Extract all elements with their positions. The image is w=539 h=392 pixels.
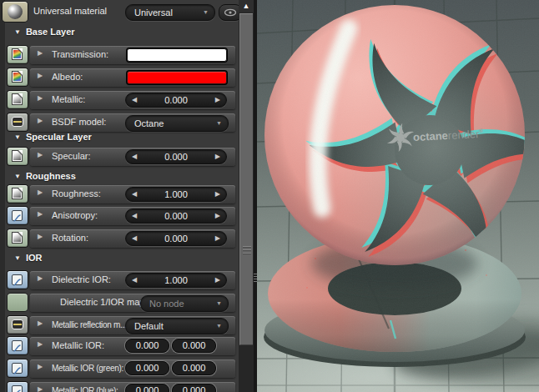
texture-node-button[interactable]: [8, 68, 28, 86]
curve-icon: [12, 363, 23, 374]
texture-node-button[interactable]: [8, 46, 28, 63]
texture-node-button[interactable]: [8, 148, 28, 165]
expand-arrow-icon[interactable]: ▶: [38, 49, 43, 57]
slider-right-arrow-icon[interactable]: ▶: [215, 209, 220, 223]
section-title: Roughness: [26, 171, 76, 181]
section-roughness[interactable]: ▼Roughness: [14, 171, 76, 182]
expand-arrow-icon[interactable]: ▶: [38, 385, 43, 392]
transmission-color-swatch[interactable]: [127, 48, 227, 62]
param-row-roughness: ▶ Roughness: ◀ 1.000 ▶: [7, 185, 237, 204]
expand-arrow-icon[interactable]: ▶: [38, 233, 43, 240]
collapse-arrow-icon: ▼: [14, 28, 21, 36]
material-ball-render: octanerender®: [257, 0, 539, 392]
collapse-arrow-icon: ▼: [14, 133, 21, 141]
param-label: Dielectric IOR:: [52, 274, 111, 284]
param-row-metallic-ior-blue: ▶ Metallic IOR (blue): 0.000 0.000: [7, 382, 237, 392]
expand-arrow-icon[interactable]: ▶: [38, 72, 43, 79]
color-texture-icon: [12, 48, 23, 60]
render-grain: [257, 0, 539, 392]
dielectric-map-dropdown[interactable]: No node ▼: [140, 295, 229, 312]
material-type-dropdown[interactable]: Universal ▼: [125, 4, 215, 21]
expand-arrow-icon[interactable]: ▶: [38, 151, 43, 158]
metallic-ior-k-field[interactable]: 0.000: [172, 339, 216, 353]
expand-arrow-icon[interactable]: ▶: [38, 319, 43, 327]
curve-icon: [12, 210, 23, 221]
expand-arrow-icon[interactable]: ▶: [38, 117, 43, 124]
render-preview-viewport[interactable]: octanerender®: [257, 0, 539, 392]
enum-icon: [12, 117, 23, 127]
param-row-metallic-reflection-mode: ▶ Metallic reflection m... Default ▼: [7, 316, 237, 334]
curve-node-button[interactable]: [8, 271, 28, 289]
scrollbar-thumb[interactable]: [239, 13, 253, 345]
param-row-metallic-ior-green: ▶ Metallic IOR (green): 0.000 0.000: [7, 359, 237, 378]
slider-right-arrow-icon[interactable]: ▶: [215, 274, 220, 287]
dielectric-ior-slider[interactable]: ◀ 1.000 ▶: [125, 273, 227, 288]
param-row-dielectric-ior-map: Dielectric 1/IOR map No node ▼: [7, 294, 237, 312]
expand-arrow-icon[interactable]: ▶: [38, 274, 43, 282]
section-specular-layer[interactable]: ▼Specular Layer: [14, 132, 92, 143]
bsdf-model-dropdown[interactable]: Octane ▼: [125, 115, 229, 132]
material-node-icon[interactable]: [3, 2, 28, 22]
rotation-slider[interactable]: ◀ 0.000 ▶: [125, 231, 227, 246]
albedo-color-swatch[interactable]: [127, 71, 227, 84]
panel-scrollbar[interactable]: ▲: [239, 0, 254, 392]
slider-right-arrow-icon[interactable]: ▶: [215, 150, 220, 163]
curve-node-button[interactable]: [8, 382, 28, 392]
metallic-ior-green-k-field[interactable]: 0.000: [172, 361, 216, 375]
metallic-ior-green-n-field[interactable]: 0.000: [125, 361, 169, 375]
section-ior[interactable]: ▼IOR: [14, 253, 42, 264]
param-row-bsdf-model: ▶ BSDF model: Octane ▼: [7, 113, 237, 132]
param-label: Dielectric 1/IOR map: [60, 297, 144, 307]
anisotropy-slider[interactable]: ◀ 0.000 ▶: [125, 209, 227, 224]
param-label: BSDF model:: [52, 117, 106, 127]
param-row-albedo: ▶ Albedo:: [7, 68, 237, 87]
slider-right-arrow-icon[interactable]: ▶: [215, 232, 220, 245]
param-row-metallic-ior: ▶ Metallic IOR: 0.000 0.000: [7, 337, 237, 355]
expand-arrow-icon[interactable]: ▶: [38, 210, 43, 218]
param-row-transmission: ▶ Transmission:: [7, 46, 237, 64]
metallic-slider[interactable]: ◀ 0.000 ▶: [125, 93, 227, 108]
param-row-specular: ▶ Specular: ◀ 0.000 ▶: [7, 148, 237, 166]
chevron-down-icon: ▼: [216, 116, 222, 131]
curve-icon: [12, 340, 23, 351]
enum-node-button[interactable]: [8, 113, 28, 131]
param-row-rotation: ▶ Rotation: ◀ 0.000 ▶: [7, 229, 237, 248]
metallic-reflection-dropdown[interactable]: Default ▼: [125, 318, 229, 334]
metallic-ior-blue-k-field[interactable]: 0.000: [172, 384, 216, 392]
section-base-layer[interactable]: ▼Base Layer: [14, 27, 75, 38]
scrollbar-grip-icon: [243, 246, 251, 254]
expand-arrow-icon[interactable]: ▶: [38, 340, 43, 348]
texture-node-button[interactable]: [8, 185, 28, 203]
texture-node-button[interactable]: [8, 91, 28, 108]
collapse-arrow-icon: ▼: [14, 254, 21, 262]
enum-node-button[interactable]: [8, 316, 28, 334]
expand-arrow-icon[interactable]: ▶: [38, 188, 43, 196]
expand-arrow-icon[interactable]: ▶: [38, 363, 43, 370]
float-texture-icon: [12, 232, 23, 244]
metallic-ior-n-field[interactable]: 0.000: [125, 339, 169, 353]
specular-slider[interactable]: ◀ 0.000 ▶: [125, 149, 227, 164]
param-label: Metallic IOR (green):: [52, 364, 123, 373]
material-title: Universal material: [33, 6, 107, 16]
scroll-up-button[interactable]: ▲: [239, 0, 254, 13]
expand-arrow-icon[interactable]: ▶: [38, 94, 43, 102]
curve-icon: [12, 385, 23, 392]
enum-icon: [12, 319, 23, 329]
octane-material-editor: Universal material Universal ▼ ▼Base Lay…: [0, 0, 539, 392]
slider-right-arrow-icon[interactable]: ▶: [215, 93, 220, 107]
node-slot-button[interactable]: [8, 294, 28, 311]
slider-right-arrow-icon[interactable]: ▶: [215, 188, 220, 201]
panel-left-margin: [0, 0, 5, 392]
param-label: Transmission:: [52, 49, 108, 59]
curve-node-button[interactable]: [8, 207, 28, 224]
float-texture-icon: [12, 150, 23, 162]
param-label: Metallic IOR:: [52, 340, 104, 350]
curve-node-button[interactable]: [8, 359, 28, 377]
dropdown-value: Octane: [134, 116, 164, 131]
texture-node-button[interactable]: [8, 229, 28, 247]
roughness-slider[interactable]: ◀ 1.000 ▶: [125, 187, 227, 202]
metallic-ior-blue-n-field[interactable]: 0.000: [125, 384, 169, 392]
curve-node-button[interactable]: [8, 337, 28, 354]
param-label: Metallic reflection m...: [52, 320, 127, 329]
float-texture-icon: [12, 93, 23, 105]
